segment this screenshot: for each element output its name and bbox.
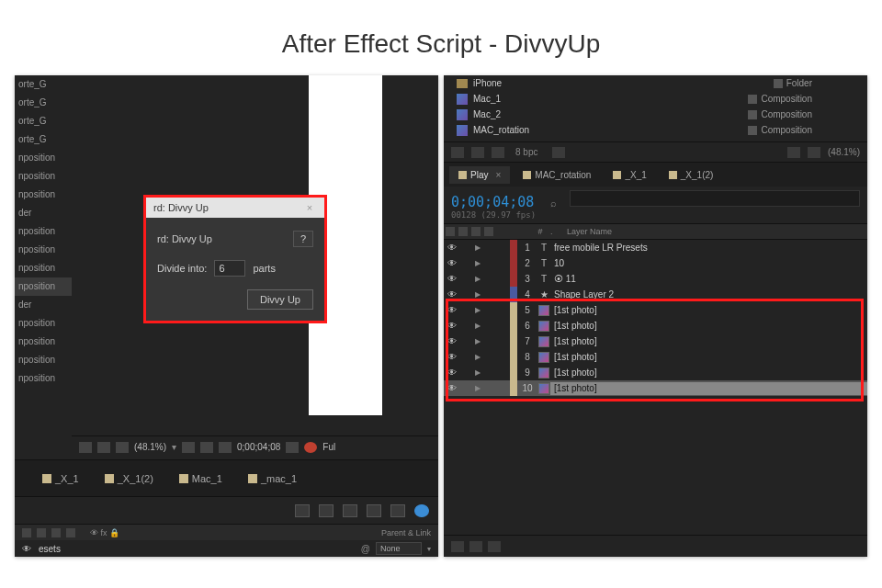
layer-name[interactable]: [1st photo] [550, 382, 867, 395]
timeline-tab[interactable]: MAC_rotation [514, 166, 600, 184]
shy-icon[interactable] [295, 504, 310, 517]
project-item[interactable]: nposition [15, 314, 72, 333]
expand-icon[interactable]: ▶ [475, 368, 484, 377]
project-item[interactable]: orte_G [15, 75, 72, 94]
project-item[interactable]: nposition [15, 186, 72, 204]
timeline-tab[interactable]: _X_1(2) [660, 166, 723, 184]
expand-icon[interactable]: ▶ [475, 275, 484, 283]
project-item[interactable]: Mac_2Composition [444, 107, 867, 122]
comp-tab[interactable]: _X_1(2) [96, 469, 163, 488]
zoom-value[interactable]: (48.1%) [134, 442, 166, 452]
eye-icon[interactable]: 👁 [447, 368, 458, 378]
layer-row[interactable]: 👁▶6[1st photo] [444, 318, 867, 334]
list-view-icon[interactable] [808, 147, 820, 158]
grid-view-icon[interactable] [787, 147, 800, 158]
expand-icon[interactable]: ▶ [475, 322, 484, 330]
project-item[interactable]: orte_G [15, 94, 72, 112]
project-item[interactable]: nposition [15, 167, 72, 186]
search-icon[interactable]: ⌕ [550, 198, 557, 209]
project-item[interactable]: nposition [15, 351, 72, 369]
close-icon[interactable]: × [302, 202, 317, 213]
divvy-up-button[interactable]: Divvy Up [247, 289, 313, 310]
guides-icon[interactable] [200, 442, 213, 453]
project-item[interactable]: Mac_1Composition [444, 91, 867, 107]
layer-row[interactable]: 👁▶5[1st photo] [444, 302, 867, 318]
new-folder-icon[interactable] [492, 147, 504, 158]
camera-icon[interactable] [286, 442, 299, 453]
layer-label-swatch[interactable] [510, 365, 517, 380]
layer-row[interactable]: 👁▶7[1st photo] [444, 334, 867, 349]
project-item[interactable]: nposition [15, 222, 72, 241]
expand-icon[interactable]: ▶ [475, 337, 484, 345]
comp-tab[interactable]: _X_1 [33, 469, 88, 488]
new-comp-icon[interactable] [471, 147, 484, 158]
eye-icon[interactable]: 👁 [447, 243, 458, 253]
timeline-zoom-icon[interactable] [488, 541, 501, 552]
collapse-icon[interactable] [319, 504, 334, 517]
project-item[interactable]: nposition [15, 241, 72, 259]
trash-icon[interactable] [552, 147, 565, 158]
layer-label-swatch[interactable] [510, 287, 517, 302]
graph-icon[interactable] [390, 504, 405, 517]
snap-icon[interactable] [219, 442, 232, 453]
chevron-down-icon[interactable]: ▾ [427, 545, 431, 553]
grid-icon[interactable] [79, 442, 92, 453]
project-item[interactable]: iPhoneFolder [444, 75, 867, 91]
layer-row[interactable]: 👁▶4★Shape Layer 2 [444, 287, 867, 302]
thumbnail-zoom[interactable]: (48.1%) [828, 147, 860, 157]
timeline-tab[interactable]: Play× [449, 166, 510, 184]
layer-row[interactable]: 👁▶10[1st photo] [444, 380, 867, 396]
eye-icon[interactable]: 👁 [447, 336, 458, 346]
layer-label-swatch[interactable] [510, 318, 517, 334]
help-button[interactable]: ? [293, 231, 313, 247]
expand-icon[interactable]: ▶ [475, 259, 484, 267]
chevron-down-icon[interactable]: ▾ [172, 442, 176, 452]
comp-tab[interactable]: Mac_1 [170, 469, 232, 488]
expand-icon[interactable]: ▶ [475, 306, 484, 314]
expand-icon[interactable]: ▶ [475, 353, 484, 361]
project-item[interactable]: nposition [15, 149, 72, 167]
layer-label-swatch[interactable] [510, 334, 517, 349]
eye-icon[interactable]: 👁 [447, 289, 458, 300]
expand-icon[interactable]: ▶ [475, 243, 484, 252]
display-icon[interactable] [97, 442, 110, 453]
layer-label-swatch[interactable] [510, 240, 517, 255]
expand-icon[interactable]: ▶ [475, 290, 484, 299]
layer-search-input[interactable] [570, 190, 860, 207]
bit-depth[interactable]: 8 bpc [515, 147, 537, 157]
close-icon[interactable]: × [495, 170, 501, 180]
project-item[interactable]: orte_G [15, 130, 72, 149]
mask-icon[interactable] [116, 442, 129, 453]
project-item[interactable]: der [15, 296, 72, 314]
project-item[interactable]: nposition [15, 277, 72, 296]
layer-row[interactable]: 👁▶3T⦿ 11 [444, 271, 867, 287]
layer-name[interactable]: [1st photo] [550, 368, 867, 378]
layer-name[interactable]: [1st photo] [550, 305, 867, 315]
project-item[interactable]: nposition [15, 259, 72, 277]
dialog-titlebar[interactable]: rd: Divvy Up × [146, 198, 324, 218]
layer-row[interactable]: 👁▶1Tfree mobile LR Presets [444, 240, 867, 255]
project-item[interactable]: nposition [15, 369, 72, 388]
resolution-icon[interactable] [182, 442, 195, 453]
timeline-tab[interactable]: _X_1 [604, 166, 655, 184]
eye-icon[interactable]: 👁 [22, 544, 33, 554]
layer-name[interactable]: [1st photo] [550, 336, 867, 346]
color-icon[interactable] [304, 442, 317, 453]
eye-icon[interactable]: 👁 [447, 274, 458, 284]
divide-count-input[interactable]: 6 [214, 260, 245, 277]
eye-icon[interactable]: 👁 [447, 258, 458, 268]
eye-icon[interactable]: 👁 [447, 305, 458, 315]
eye-icon[interactable]: 👁 [447, 383, 458, 393]
project-item[interactable]: nposition [15, 333, 72, 351]
motion-blur-icon[interactable] [367, 504, 381, 517]
current-timecode[interactable]: 0;00;04;08 [451, 194, 536, 210]
layer-row[interactable]: 👁▶8[1st photo] [444, 349, 867, 365]
layer-name[interactable]: ⦿ 11 [550, 274, 867, 284]
timecode-display[interactable]: 0;00;04;08 [237, 442, 280, 452]
layer-row[interactable]: 👁▶9[1st photo] [444, 365, 867, 380]
eye-icon[interactable]: 👁 [447, 352, 458, 362]
project-item[interactable]: der [15, 204, 72, 222]
comp-tab[interactable]: _mac_1 [239, 469, 306, 488]
project-item[interactable]: orte_G [15, 112, 72, 130]
layer-row[interactable]: 👁▶2T10 [444, 255, 867, 271]
